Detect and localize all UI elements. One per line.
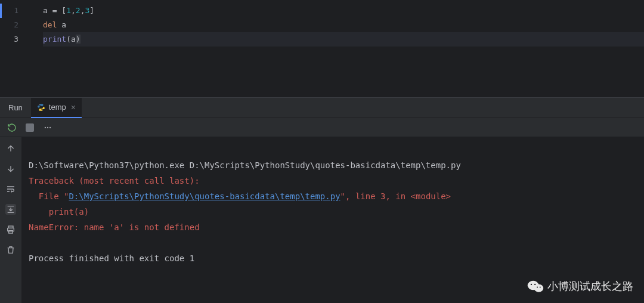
soft-wrap-icon[interactable] [5, 184, 16, 194]
editor-pane: 123 a = [1,2,3]del aprint(a) [0, 0, 644, 94]
token-ident: a [43, 6, 52, 15]
run-tab-temp[interactable]: temp × [31, 98, 82, 118]
svg-point-4 [49, 126, 51, 128]
token-num: 2 [76, 6, 80, 15]
line-number[interactable]: 3 [0, 32, 33, 47]
run-tab-label: temp [49, 103, 66, 112]
watermark: 小博测试成长之路 [527, 278, 633, 295]
token-ident: (a [66, 35, 76, 44]
traceback-code-line: print(a) [29, 207, 89, 217]
svg-point-12 [537, 287, 538, 288]
console-command: D:\Software\Python37\python.exe D:\MyScr… [29, 160, 461, 170]
token-punct: [ [57, 6, 66, 15]
run-tool-window: Run temp × D:\Software\Python37\python.e… [0, 98, 644, 303]
svg-point-1 [42, 109, 43, 110]
run-tabs-bar: Run temp × [0, 98, 644, 118]
token-num: 1 [66, 6, 71, 15]
stop-icon[interactable] [25, 123, 35, 132]
more-icon[interactable] [43, 123, 52, 132]
svg-point-9 [534, 285, 544, 292]
python-icon [37, 103, 45, 112]
token-punct: , [71, 6, 76, 15]
token-caret-box: ) [76, 35, 80, 44]
token-builtin: print [43, 35, 66, 44]
code-line[interactable]: del a [43, 18, 644, 32]
trash-icon[interactable] [5, 245, 16, 255]
token-kw: del [43, 20, 61, 29]
process-finished-line: Process finished with exit code 1 [29, 253, 194, 263]
up-stack-icon[interactable] [5, 143, 16, 154]
svg-point-13 [540, 287, 541, 288]
svg-point-2 [45, 126, 46, 128]
token-ident: a [61, 20, 66, 29]
line-number[interactable]: 2 [0, 18, 33, 32]
name-error-line: NameError: name 'a' is not defined [29, 222, 200, 232]
scroll-to-end-icon[interactable] [5, 204, 16, 215]
svg-point-3 [47, 126, 48, 128]
token-punct: ] [89, 6, 94, 15]
svg-point-11 [534, 284, 535, 285]
run-toolbar [0, 118, 644, 137]
run-side-toolbar [0, 137, 21, 303]
svg-point-10 [531, 284, 532, 285]
traceback-file-line: File "D:\MyScripts\PythonStudy\quotes-ba… [29, 191, 451, 201]
print-icon[interactable] [5, 224, 16, 235]
watermark-text: 小博测试成长之路 [547, 279, 633, 293]
rerun-icon[interactable] [7, 123, 17, 132]
caret-line-marker [0, 4, 2, 18]
traceback-header: Traceback (most recent call last): [29, 176, 200, 185]
down-stack-icon[interactable] [5, 163, 16, 174]
error-file-link[interactable]: D:\MyScripts\PythonStudy\quotes-basicdat… [69, 191, 340, 201]
close-icon[interactable]: × [71, 103, 76, 112]
wechat-icon [527, 278, 544, 295]
line-number-gutter: 123 [0, 0, 33, 94]
svg-point-0 [39, 104, 40, 105]
code-line[interactable]: a = [1,2,3] [43, 4, 644, 18]
code-line[interactable]: print(a) [43, 32, 644, 47]
line-number[interactable]: 1 [0, 4, 33, 18]
code-editor[interactable]: a = [1,2,3]del aprint(a) [33, 0, 644, 94]
run-panel-title: Run [0, 103, 31, 112]
